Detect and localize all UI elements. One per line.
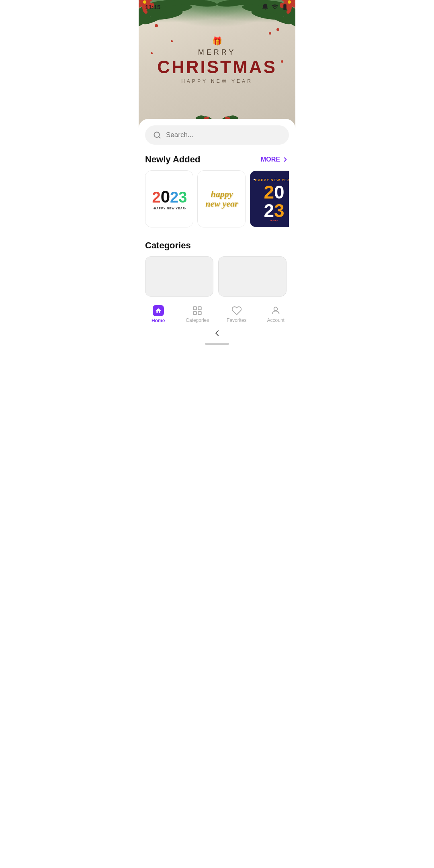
nav-item-home[interactable]: Home xyxy=(139,305,178,323)
home-icon xyxy=(155,307,162,314)
card-happy-new-year-3[interactable]: ✦ ✦ HAPPY NEW YEAR 20 23 〜〜 xyxy=(250,170,289,227)
more-label: MORE xyxy=(261,156,280,163)
search-input[interactable] xyxy=(166,131,281,139)
home-label: Home xyxy=(151,318,165,323)
back-button[interactable] xyxy=(212,328,222,340)
svg-rect-51 xyxy=(198,307,201,310)
bottom-area xyxy=(139,327,295,350)
chevron-right-icon xyxy=(282,156,289,163)
favorites-label: Favorites xyxy=(227,317,246,323)
nav-item-categories[interactable]: Categories xyxy=(178,305,217,323)
christmas-text: CHRISTMAS xyxy=(139,58,295,76)
status-icons xyxy=(262,3,289,10)
newly-added-title: Newly Added xyxy=(145,154,200,165)
cards-row[interactable]: 2023 ·HAPPY NEW YEAR· happynew year ✦ ✦ xyxy=(145,170,289,231)
svg-line-49 xyxy=(159,137,160,138)
card-happy-new-year-1[interactable]: 2023 ·HAPPY NEW YEAR· xyxy=(145,170,193,227)
ornament-icon: 🎁 xyxy=(212,36,222,46)
confetti-squiggle: 〜〜 xyxy=(270,218,278,224)
card-3-image: ✦ ✦ HAPPY NEW YEAR 20 23 〜〜 xyxy=(250,171,289,227)
svg-point-54 xyxy=(274,307,278,311)
svg-rect-52 xyxy=(194,311,197,315)
newly-added-section: Newly Added MORE 2023 ·HAPPY NEW YEAR· xyxy=(139,148,295,234)
hero-text-container: MERRY CHRISTMAS HAPPY NEW YEAR xyxy=(139,48,295,84)
nav-item-account[interactable]: Account xyxy=(256,305,296,323)
confetti-berry-4 xyxy=(276,28,279,31)
categories-icon xyxy=(192,305,203,316)
search-icon xyxy=(153,131,161,139)
merry-text: MERRY xyxy=(139,48,295,57)
categories-label: Categories xyxy=(186,317,209,323)
account-icon xyxy=(270,305,281,316)
star-top-left: ✦ xyxy=(253,178,256,181)
card-2-content: happynew year xyxy=(198,171,246,227)
card-2-image: happynew year xyxy=(198,171,246,227)
svg-rect-50 xyxy=(194,307,197,310)
nav-item-favorites[interactable]: Favorites xyxy=(217,305,256,323)
status-time: 11:15 xyxy=(145,4,160,10)
categories-title: Categories xyxy=(145,240,191,251)
battery-icon xyxy=(281,3,289,10)
category-cards-row[interactable] xyxy=(145,256,289,297)
categories-section: Categories xyxy=(139,234,295,300)
card-1-image: 2023 ·HAPPY NEW YEAR· xyxy=(145,171,193,227)
card-3-year: 20 23 xyxy=(264,183,284,220)
home-indicator xyxy=(205,343,229,345)
category-card-2[interactable] xyxy=(218,256,287,297)
categories-header: Categories xyxy=(145,240,289,251)
notification-icon xyxy=(262,3,269,10)
account-label: Account xyxy=(267,317,285,323)
bottom-nav: Home Categories Favorites Account xyxy=(139,300,295,327)
svg-rect-53 xyxy=(198,311,201,315)
card-happy-new-year-2[interactable]: happynew year xyxy=(197,170,246,227)
card-1-subtext: ·HAPPY NEW YEAR· xyxy=(153,207,186,210)
confetti-berry-2 xyxy=(269,32,271,35)
favorites-icon xyxy=(231,305,242,316)
card-2-text: happynew year xyxy=(205,189,238,209)
wifi-icon xyxy=(271,3,278,10)
back-chevron-icon xyxy=(212,328,222,338)
card-3-content: ✦ ✦ HAPPY NEW YEAR 20 23 〜〜 xyxy=(250,171,289,227)
confetti-berry-1 xyxy=(155,24,158,27)
newly-added-header: Newly Added MORE xyxy=(145,154,289,165)
status-bar: 11:15 xyxy=(139,0,295,12)
home-icon-bg xyxy=(153,305,164,316)
search-bar[interactable] xyxy=(145,125,289,145)
card-1-content: 2023 ·HAPPY NEW YEAR· xyxy=(145,171,193,227)
happy-new-year-subtext: HAPPY NEW YEAR xyxy=(139,78,295,84)
search-container xyxy=(139,119,295,148)
category-card-1[interactable] xyxy=(145,256,213,297)
hero-banner: 🎁 MERRY CHRISTMAS HAPPY NEW YEAR xyxy=(139,0,295,129)
confetti-berry-3 xyxy=(171,40,173,42)
card-1-year: 2023 xyxy=(152,188,187,205)
more-link[interactable]: MORE xyxy=(261,156,289,163)
